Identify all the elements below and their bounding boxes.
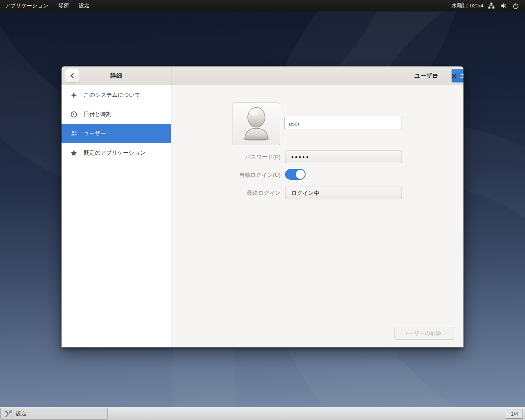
maximize-button[interactable] (431, 71, 440, 80)
bottom-panel: 設定 1/4 (0, 407, 525, 420)
power-icon[interactable] (512, 2, 519, 9)
user-avatar-icon (237, 105, 276, 143)
minimize-icon (414, 78, 419, 79)
avatar-button[interactable] (233, 103, 280, 145)
sparkle-icon (70, 91, 78, 99)
autologin-toggle[interactable] (285, 169, 306, 180)
sidebar-item-label: 既定のアプリケーション (84, 149, 146, 157)
star-icon (70, 149, 78, 157)
users-panel: パスワード(P) ●●●●● 自動ログイン(U) 最終ログイン ログイン中 ユー… (171, 85, 463, 347)
minimize-button[interactable] (412, 71, 421, 80)
top-panel: アプリケーション 場所 設定 水曜日 02:54 (0, 0, 525, 11)
settings-sidebar: このシステムについて 日付と時刻 ユーザー (62, 85, 171, 347)
autologin-label: 自動ログイン(U) (194, 171, 281, 179)
maximize-icon (433, 74, 437, 78)
lastlogin-value: ログイン中 (291, 189, 320, 197)
workspace-switcher[interactable]: 1/4 (506, 409, 523, 419)
close-icon (452, 73, 457, 78)
sidebar-item-default-apps[interactable]: 既定のアプリケーション (62, 143, 171, 162)
window-titlebar[interactable]: 詳細 ユーザー ユーザーの追加(A) (62, 66, 463, 85)
fullname-input[interactable] (284, 117, 402, 130)
sidebar-item-about[interactable]: このシステムについて (62, 85, 171, 105)
lastlogin-button[interactable]: ログイン中 (285, 187, 402, 199)
settings-window: 詳細 ユーザー ユーザーの追加(A) このシステムについて (62, 66, 463, 347)
network-wired-icon[interactable] (488, 2, 495, 9)
sidebar-item-users[interactable]: ユーザー (62, 124, 171, 143)
sidebar-item-label: 日付と時刻 (84, 111, 112, 118)
main-headerbar: ユーザー ユーザーの追加(A) (171, 66, 463, 85)
clock[interactable]: 水曜日 02:54 (447, 2, 488, 9)
sidebar-item-datetime[interactable]: 日付と時刻 (62, 105, 171, 124)
clock-icon (70, 111, 78, 118)
sidebar-title: 詳細 (62, 72, 171, 80)
close-button[interactable] (450, 71, 459, 80)
password-masked-value: ●●●●● (291, 155, 310, 159)
password-label: パスワード(P) (194, 153, 281, 161)
lastlogin-label: 最終ログイン (194, 189, 281, 197)
users-icon (70, 130, 78, 137)
sidebar-item-label: ユーザー (84, 130, 106, 137)
menu-places[interactable]: 場所 (53, 0, 74, 11)
settings-tools-icon (5, 410, 13, 418)
sidebar-item-label: このシステムについて (84, 91, 140, 99)
taskbar-item-label: 設定 (16, 410, 27, 418)
password-button[interactable]: ●●●●● (285, 151, 402, 163)
toggle-knob (296, 170, 305, 179)
delete-user-button[interactable]: ユーザーの削除… (394, 327, 455, 340)
menu-settings[interactable]: 設定 (74, 0, 94, 11)
volume-icon[interactable] (500, 2, 507, 9)
menu-applications[interactable]: アプリケーション (0, 0, 53, 11)
taskbar-item-settings[interactable]: 設定 (0, 408, 108, 420)
sidebar-headerbar: 詳細 (62, 66, 171, 85)
